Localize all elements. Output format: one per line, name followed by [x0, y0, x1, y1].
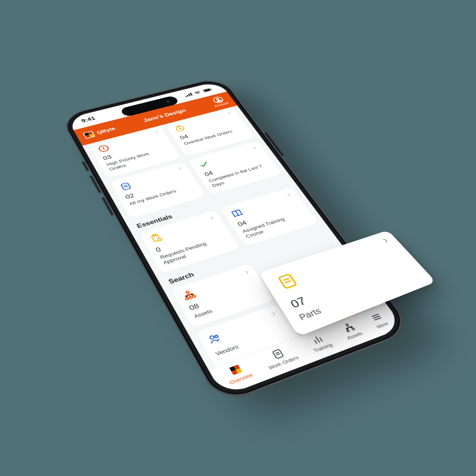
check-icon — [197, 159, 212, 170]
svg-point-7 — [157, 237, 162, 241]
clipboard-clock-icon — [148, 232, 164, 244]
document-icon — [274, 271, 302, 292]
chevron-right-icon — [251, 145, 258, 150]
chevron-right-icon — [284, 192, 293, 197]
tab-label: More — [376, 321, 390, 329]
svg-point-15 — [345, 324, 349, 326]
chevron-right-icon — [269, 310, 279, 317]
cellular-icon — [184, 93, 193, 97]
wifi-icon — [193, 90, 202, 95]
hierarchy-icon — [341, 321, 357, 334]
svg-point-13 — [214, 335, 218, 338]
svg-point-16 — [347, 330, 350, 332]
card-count: 0 — [154, 227, 223, 253]
card-count: 08 — [188, 282, 259, 312]
status-time: 9:41 — [80, 116, 96, 124]
card-assets[interactable]: 08 Assets — [171, 264, 274, 329]
clock-alert-icon — [172, 124, 187, 133]
book-icon — [229, 207, 245, 218]
overview-tab-icon — [227, 363, 245, 377]
battery-icon — [202, 87, 213, 93]
hierarchy-icon — [180, 288, 198, 301]
chevron-right-icon — [176, 166, 184, 172]
svg-point-17 — [352, 328, 355, 330]
svg-point-12 — [210, 336, 215, 340]
chevron-right-icon — [380, 237, 391, 244]
svg-point-9 — [185, 298, 189, 300]
svg-point-8 — [186, 291, 190, 294]
chevron-right-icon — [152, 130, 160, 135]
tab-work-orders[interactable]: Work Orders — [261, 344, 300, 370]
tab-label: Training — [312, 342, 333, 353]
alert-octagon-icon — [96, 144, 111, 153]
svg-point-11 — [192, 295, 196, 298]
brand-name: QByte — [96, 126, 117, 135]
card-label: Requests Pending Approval — [159, 237, 225, 266]
tab-training[interactable]: Training — [305, 331, 333, 353]
screen: 9:41 QByte — [67, 81, 404, 397]
tab-label: Assets — [346, 331, 364, 340]
tab-label: Overview — [229, 372, 254, 385]
card-label: Assets — [193, 293, 258, 320]
chevron-right-icon — [242, 269, 251, 276]
svg-point-10 — [189, 296, 192, 299]
card-label: Vendors — [214, 329, 281, 358]
menu-icon — [368, 311, 385, 324]
tab-assets[interactable]: Assets — [338, 320, 364, 341]
svg-rect-14 — [273, 349, 284, 358]
people-icon — [205, 331, 224, 346]
chevron-right-icon — [207, 215, 216, 221]
document-icon — [118, 181, 134, 192]
card-requests-pending[interactable]: 0 Requests Pending Approval — [139, 210, 241, 274]
svg-rect-5 — [152, 234, 160, 242]
chevron-right-icon — [225, 111, 233, 115]
svg-rect-1 — [203, 88, 211, 92]
brand-logo-icon — [83, 131, 95, 139]
tab-label: Work Orders — [267, 355, 299, 370]
account-button[interactable]: Account — [209, 95, 229, 107]
document-icon — [270, 347, 287, 361]
bar-chart-icon — [309, 333, 326, 346]
svg-rect-6 — [152, 234, 156, 236]
tab-more[interactable]: More — [368, 311, 390, 330]
tab-overview[interactable]: Overview — [222, 361, 253, 385]
